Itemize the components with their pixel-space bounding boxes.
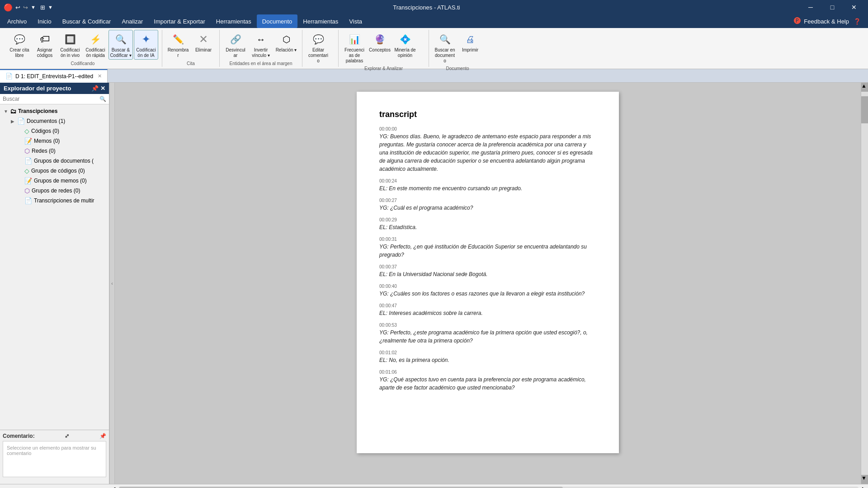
- ribbon-btn-frecuencias[interactable]: 📊 Frecuencias de palabras: [342, 30, 367, 65]
- ribbon-btn-buscar-codificar[interactable]: 🔍 Buscar & Codificar ▾: [108, 30, 133, 60]
- tree-item-transcipciones[interactable]: ▼ 🗂 Transcipciones: [0, 106, 109, 116]
- quick-access-dropdown[interactable]: ▼: [48, 5, 53, 10]
- menu-vista[interactable]: Vista: [344, 14, 368, 28]
- sidebar-close-icon[interactable]: ✕: [100, 85, 105, 92]
- mineria-icon: 💠: [398, 32, 412, 47]
- hscroll-left[interactable]: ◀: [109, 486, 117, 488]
- imprimir-label: Imprimir: [462, 47, 478, 53]
- quick-access-redo[interactable]: ↪: [23, 4, 28, 11]
- comment-expand-icon[interactable]: ⤢: [65, 433, 69, 439]
- ribbon-group-editar: 💬 Editar comentario: [302, 30, 339, 67]
- timestamp-9: 00:01:02: [379, 350, 596, 355]
- para-3: EL: Estadística.: [379, 223, 596, 231]
- timestamp-10: 00:01:06: [379, 370, 596, 375]
- ribbon-btn-codificacion-ia[interactable]: ✦ Codificación de IA: [134, 30, 158, 60]
- menu-analizar[interactable]: Analizar: [116, 14, 148, 28]
- tree-icon-transcripciones-multi: 📄: [24, 197, 32, 204]
- tree-label-grupos-doc: Grupos de documentos (: [34, 158, 94, 164]
- scrollbar-up[interactable]: ▲: [861, 83, 868, 92]
- ribbon-group-items-cita: ✏️ Renombrar ✕ Eliminar: [166, 30, 216, 60]
- tree-icon-transcipciones: 🗂: [10, 108, 16, 115]
- ribbon-btn-codificacion-vivo[interactable]: 🔲 Codificación in vivo: [58, 30, 82, 60]
- hscroll-right[interactable]: ▶: [860, 486, 868, 488]
- sidebar-collapse-handle[interactable]: ‹: [109, 83, 115, 484]
- minimize-button[interactable]: ─: [800, 0, 821, 14]
- tree-item-redes[interactable]: ⬡ Redes (0): [0, 146, 109, 156]
- ribbon-btn-invertir-vinculo[interactable]: ↔ Invertir vínculo ▾: [249, 30, 273, 60]
- ribbon-btn-eliminar[interactable]: ✕ Eliminar: [191, 30, 216, 54]
- conceptos-label: Conceptos: [369, 47, 391, 53]
- renombrar-label: Renombrar: [167, 47, 189, 58]
- search-input[interactable]: [3, 96, 99, 102]
- feedback-button[interactable]: 🅟 Feedback & Help ❓: [788, 14, 866, 28]
- feedback-label: Feedback & Help: [804, 18, 849, 25]
- comment-label-text: Comentario:: [3, 433, 35, 439]
- tree-item-transcripciones-multi[interactable]: 📄 Transcripciones de multir: [0, 196, 109, 206]
- ribbon-btn-conceptos[interactable]: 🔮 Conceptos: [368, 30, 392, 54]
- para-6: YG: ¿Cuáles son los factores o esas razo…: [379, 290, 596, 298]
- ribbon-btn-asignar-codigos[interactable]: 🏷 Asignar códigos: [33, 30, 57, 60]
- quick-access-undo[interactable]: ↩: [15, 4, 20, 11]
- tree-item-memos[interactable]: 📝 Memos (0): [0, 136, 109, 146]
- sidebar-search: 🔍: [0, 94, 109, 104]
- ribbon-group-documento-label: Documento: [433, 66, 482, 72]
- maximize-button[interactable]: □: [822, 0, 843, 14]
- ribbon-group-items-explorar: 📊 Frecuencias de palabras 🔮 Conceptos 💠 …: [342, 30, 425, 65]
- help-icon: ❓: [854, 18, 861, 25]
- close-button[interactable]: ✕: [844, 0, 864, 14]
- ribbon-btn-buscar-doc[interactable]: 🔍 Buscar en documento: [433, 30, 457, 65]
- tree-item-grupos-memos[interactable]: 📝 Grupos de memos (0): [0, 176, 109, 186]
- ribbon-btn-mineria[interactable]: 💠 Minería de opinión: [393, 30, 417, 60]
- scrollbar-thumb[interactable]: [861, 96, 868, 123]
- ribbon-btn-codificacion-rapida[interactable]: ⚡ Codificación rápida: [83, 30, 108, 60]
- doc-tab-close-btn[interactable]: ✕: [98, 73, 102, 79]
- codificacion-ia-icon: ✦: [139, 32, 153, 47]
- document-area[interactable]: transcript 00:00:00 YG: Buenos días. Bue…: [115, 83, 861, 484]
- ribbon-btn-desvincular[interactable]: 🔗 Desvincular: [223, 30, 248, 60]
- menu-archivo[interactable]: Archivo: [2, 14, 32, 28]
- para-5: EL: En la Universidad Nacional sede Bogo…: [379, 270, 596, 278]
- ribbon-btn-editar-comentario[interactable]: 💬 Editar comentario: [306, 30, 330, 65]
- comment-placeholder-text: Seleccione un elemento para mostrar su c…: [7, 445, 96, 456]
- menu-herramientas2[interactable]: Herramientas: [297, 14, 344, 28]
- tree-item-codigos[interactable]: ◇ Códigos (0): [0, 126, 109, 136]
- ribbon-btn-crear-cita[interactable]: 💬 Crear cita libre: [7, 30, 32, 60]
- quick-access-custom[interactable]: ⊞: [40, 4, 45, 11]
- menu-documento[interactable]: Documento: [257, 14, 297, 28]
- ribbon-group-entidades-label: Entidades en el área al margen: [223, 61, 298, 67]
- timestamp-0: 00:00:00: [379, 127, 596, 131]
- para-7: EL: Intereses académicos sobre la carrer…: [379, 309, 596, 317]
- sidebar-title: Explorador del proyecto: [4, 85, 71, 92]
- ribbon-btn-renombrar[interactable]: ✏️ Renombrar: [166, 30, 190, 60]
- crear-cita-label: Crear cita libre: [9, 47, 30, 58]
- doc-tab-active[interactable]: 📄 D 1: EDIT_Entrevista-P1--edited ✕: [0, 69, 108, 83]
- horizontal-scrollbar-track[interactable]: [119, 487, 859, 488]
- ribbon-btn-relacion[interactable]: ⬡ Relación ▾: [274, 30, 298, 54]
- buscar-doc-label: Buscar en documento: [434, 47, 456, 64]
- comment-pin-icon[interactable]: 📌: [99, 433, 106, 439]
- doc-tab-label: D 1: EDIT_Entrevista-P1--edited: [15, 73, 93, 80]
- ribbon-btn-imprimir[interactable]: 🖨 Imprimir: [458, 30, 482, 54]
- menu-herramientas[interactable]: Herramientas: [211, 14, 257, 28]
- tree-item-documentos[interactable]: ▶ 📄 Documentos (1): [0, 116, 109, 126]
- mineria-label: Minería de opinión: [394, 47, 416, 58]
- horizontal-scrollbar-thumb[interactable]: [119, 487, 563, 488]
- relacion-icon: ⬡: [279, 32, 293, 47]
- ribbon-group-entidades: 🔗 Desvincular ↔ Invertir vínculo ▾ ⬡ Rel…: [220, 30, 302, 67]
- tree-item-grupos-codigos[interactable]: ◇ Grupos de códigos (0): [0, 166, 109, 176]
- right-scrollbar[interactable]: ▲ ▼: [861, 83, 868, 484]
- quick-access-more[interactable]: ▼: [31, 5, 36, 10]
- scrollbar-down[interactable]: ▼: [861, 475, 868, 484]
- eliminar-icon: ✕: [196, 32, 211, 47]
- sidebar-pin-icon[interactable]: 📌: [91, 85, 99, 92]
- app-icon: 🔴: [4, 3, 13, 12]
- menu-importar-exportar[interactable]: Importar & Exportar: [148, 14, 210, 28]
- tree-icon-memos: 📝: [24, 137, 32, 145]
- buscar-doc-icon: 🔍: [438, 32, 452, 47]
- menu-inicio[interactable]: Inicio: [32, 14, 57, 28]
- tree-item-grupos-redes[interactable]: ⬡ Grupos de redes (0): [0, 186, 109, 196]
- menu-buscar-codificar[interactable]: Buscar & Codificar: [57, 14, 117, 28]
- tree-item-grupos-doc[interactable]: 📄 Grupos de documentos (: [0, 156, 109, 166]
- title-bar: 🔴 ↩ ↪ ▼ ⊞ ▼ Transcipciones - ATLAS.ti ─ …: [0, 0, 868, 14]
- ribbon-group-editar-label: [306, 66, 335, 67]
